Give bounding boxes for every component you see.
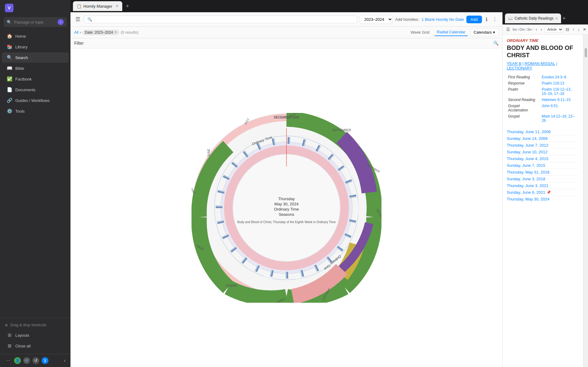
date-filter-close[interactable]: ✕ [114, 30, 117, 34]
view-controls: Week Grid Radial Calendar Calendars ▾ [408, 28, 499, 36]
drag-drop-shortcuts[interactable]: ⊕ Drag & drop shortcuts [0, 320, 70, 330]
readings-down-btn[interactable]: ↓ [576, 26, 581, 32]
date-item[interactable]: Thursday, May 31, 2018 [507, 169, 578, 176]
tab-homily-manager[interactable]: 📋 Homily Manager ✕ [73, 1, 122, 11]
breadcrumb-sep: › [80, 30, 81, 35]
date-item[interactable]: Sunday, June 7, 2015 [507, 162, 578, 169]
footer-cart[interactable]: 🛒 [23, 357, 30, 364]
date-item[interactable]: Sunday, June 14, 2009 [507, 135, 578, 142]
sidebar-item-guides[interactable]: 🔗 Guides / Workflows [2, 95, 69, 106]
date-item[interactable]: Thursday, June 11, 2009 [507, 129, 578, 135]
reading-value[interactable]: Hebrews 9:11–15 [541, 97, 578, 103]
footer-user[interactable]: 👤 [14, 357, 21, 364]
tab-homily-close[interactable]: ✕ [116, 4, 119, 8]
sidebar-item-search[interactable]: 🔍 Search [2, 52, 69, 63]
readings-next-btn[interactable]: › [540, 26, 544, 32]
more-options-btn[interactable]: ⋮ [491, 15, 499, 24]
search-placeholder: Passage or topic [14, 20, 44, 24]
footer-badge[interactable]: 2 [42, 357, 48, 364]
sidebar-item-home[interactable]: 🏠 Home [2, 31, 69, 41]
homily-search-bar[interactable]: 🔍 [84, 16, 357, 23]
reading-value[interactable]: Mark 14:12–16, 22–26 [541, 113, 578, 124]
sidebar-search[interactable]: 🔍 Passage or topic › [4, 17, 67, 27]
homily-panel: ☰ 🔍 2023–2024 Add homilies: 1 Blank Homi… [70, 12, 502, 367]
date-item[interactable]: Thursday, June 3, 2021 [507, 182, 578, 189]
svg-text:Seasons: Seasons [279, 212, 294, 217]
add-homilies-label: Add homilies: [395, 17, 419, 22]
readings-scrolltrack [583, 35, 588, 367]
date-item[interactable]: Thursday, May 30, 2024 [507, 196, 578, 202]
date-text: Thursday, June 7, 2012 [507, 143, 548, 148]
reading-value[interactable]: Psalm 116:12–13, 15–16, 17–18 [541, 86, 578, 97]
sidebar-item-label: Search [15, 55, 28, 60]
radial-calendar-view[interactable]: Ordinary Time Ordinary Time Advent Chris… [70, 48, 502, 367]
readings-tab-close[interactable]: ✕ [555, 17, 558, 21]
sidebar-item-bible[interactable]: 📖 Bible [2, 63, 69, 73]
svg-text:Thursday: Thursday [278, 197, 295, 201]
blank-homily-btn[interactable]: 1 Blank Homily No Date [422, 17, 464, 22]
filter-search-btn[interactable]: 🔍 [493, 41, 499, 46]
date-text: Sunday, June 6, 2021 [507, 190, 545, 195]
subtitle-year[interactable]: YEAR B [507, 61, 522, 66]
sidebar-item-label: Documents [15, 88, 36, 92]
week-grid-btn[interactable]: Week Grid [408, 29, 432, 36]
reading-label: Response [507, 80, 541, 86]
tab-add-button[interactable]: + [123, 2, 132, 11]
article-select[interactable]: Article [544, 26, 563, 32]
sidebar-item-factbook[interactable]: ✅ Factbook [2, 74, 69, 84]
reading-label: Second Reading [507, 97, 541, 103]
readings-prev-btn[interactable]: ‹ [534, 26, 538, 32]
reading-value[interactable]: Exodus 24:3–8 [541, 74, 578, 80]
breadcrumb-inc[interactable]: Inc [513, 28, 517, 31]
date-filter-tag[interactable]: Date: 2023–2024 ✕ [82, 30, 119, 35]
date-item[interactable]: Thursday, June 7, 2012 [507, 142, 578, 149]
sidebar-bottom: ⊕ Drag & drop shortcuts ⊞ Layouts ⊠ Clos… [0, 318, 70, 354]
sidebar-item-close-all[interactable]: ⊠ Close all [2, 341, 69, 351]
readings-split-btn[interactable]: ⊟ [564, 26, 571, 32]
sidebar-item-documents[interactable]: 📄 Documents [2, 84, 69, 95]
search-arrow[interactable]: › [58, 19, 64, 25]
subtitle-missal[interactable]: ROMAN MISSAL [525, 61, 555, 66]
readings-tabbar: 📖 Catholic Daily Readings ✕ + [503, 12, 588, 24]
subtitle-lectionary[interactable]: LECTIONARY [507, 66, 532, 70]
readings-up-btn[interactable]: ↑ [571, 26, 576, 32]
radial-svg: Ordinary Time Ordinary Time Advent Chris… [192, 113, 381, 303]
date-item[interactable]: Sunday, June 3, 2018 [507, 176, 578, 182]
info-btn[interactable]: ℹ [484, 15, 489, 24]
all-link[interactable]: All [74, 30, 78, 35]
search-icon: 🔍 [7, 20, 12, 24]
footer-dots[interactable]: ⋯ [5, 357, 12, 364]
library-icon: 📚 [7, 44, 12, 50]
readings-main-title: BODY AND BLOOD OF CHRIST [507, 44, 578, 59]
footer-refresh[interactable]: ↺ [32, 357, 39, 364]
logo-icon[interactable]: V [5, 4, 13, 12]
date-item[interactable]: Sunday, June 6, 2021 📌 [507, 189, 578, 196]
radial-calendar-btn[interactable]: Radial Calendar [434, 28, 468, 36]
breadcrumb-orc[interactable]: Orc [519, 28, 525, 31]
sidebar-item-tools[interactable]: ⚙️ Tools [2, 106, 69, 116]
date-item[interactable]: Thursday, June 4, 2015 [507, 155, 578, 162]
calendars-dropdown[interactable]: Calendars ▾ [470, 28, 499, 36]
date-text: Thursday, May 30, 2024 [507, 197, 549, 201]
hamburger-menu-btn[interactable]: ☰ [74, 15, 82, 24]
svg-text:Ordinary Time: Ordinary Time [274, 207, 299, 212]
tab-catholic-readings[interactable]: 📖 Catholic Daily Readings ✕ [505, 13, 561, 23]
tab-homily-label: Homily Manager [83, 4, 112, 9]
reading-label: Gospel Acclamation [507, 103, 541, 113]
sidebar-item-layouts[interactable]: ⊞ Layouts [2, 330, 69, 340]
readings-close-btn[interactable]: ✕ [582, 26, 588, 32]
calendars-label: Calendars [474, 30, 492, 35]
date-item[interactable]: Sunday, June 10, 2012 [507, 149, 578, 155]
sidebar-collapse-btn[interactable]: ‹ [64, 358, 66, 363]
add-button[interactable]: Add [466, 16, 482, 23]
readings-tab-add[interactable]: + [562, 15, 566, 22]
svg-text:MARCH: MARCH [226, 284, 237, 287]
homily-search-input[interactable] [94, 17, 354, 22]
breadcrumb-so[interactable]: So [527, 28, 531, 31]
sidebar-item-library[interactable]: 📚 Library [2, 42, 69, 52]
readings-scrollthumb[interactable] [585, 48, 587, 57]
reading-value[interactable]: Psalm 116:13 [541, 80, 578, 86]
reading-value[interactable]: John 6:51 [541, 103, 578, 113]
year-select[interactable]: 2023–2024 [360, 15, 393, 24]
readings-menu-btn[interactable]: ☰ [505, 26, 511, 32]
